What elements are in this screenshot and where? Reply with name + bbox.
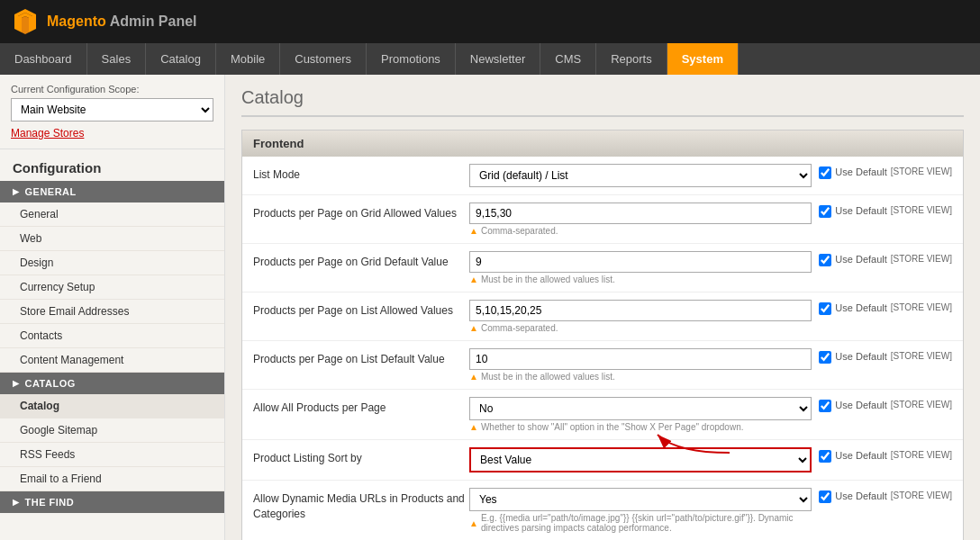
- scope-select[interactable]: Main Website: [11, 98, 213, 122]
- grid-allowed-hint: ▲ Comma-separated.: [469, 226, 812, 236]
- sidebar-section-catalog-label: CATALOG: [25, 378, 76, 389]
- sidebar-item-general[interactable]: General: [0, 202, 224, 227]
- list-allowed-use-default-checkbox[interactable]: [819, 302, 831, 315]
- nav-reports[interactable]: Reports: [596, 43, 667, 75]
- list-default-default: Use Default [STORE VIEW]: [819, 348, 952, 382]
- magento-logo-icon: [11, 7, 40, 36]
- sidebar-item-store-email[interactable]: Store Email Addresses: [0, 300, 224, 324]
- nav-catalog[interactable]: Catalog: [146, 43, 216, 75]
- sidebar-section-catalog[interactable]: ▶ CATALOG: [0, 373, 224, 394]
- sidebar: Current Configuration Scope: Main Websit…: [0, 75, 225, 540]
- allow-all-store-view-link[interactable]: [STORE VIEW]: [891, 400, 952, 410]
- list-allowed-control: ▲ Comma-separated.: [469, 300, 812, 333]
- config-title: Configuration: [0, 149, 224, 181]
- manage-stores-link[interactable]: Manage Stores: [11, 127, 213, 140]
- hint-icon-1: ▲: [469, 226, 478, 236]
- list-allowed-store-view-link[interactable]: [STORE VIEW]: [891, 302, 952, 312]
- dynamic-media-default: Use Default [STORE VIEW]: [819, 488, 952, 533]
- list-allowed-input[interactable]: [469, 300, 812, 321]
- sort-by-label: Product Listing Sort by: [253, 447, 469, 466]
- hint-icon-5: ▲: [469, 422, 478, 432]
- grid-default-input[interactable]: [469, 251, 812, 273]
- sidebar-item-contacts[interactable]: Contacts: [0, 324, 224, 348]
- grid-default-default: Use Default [STORE VIEW]: [819, 251, 952, 284]
- nav-cms[interactable]: CMS: [540, 43, 596, 75]
- allow-all-select[interactable]: NoYes: [469, 397, 812, 420]
- list-default-use-default-checkbox[interactable]: [819, 351, 831, 364]
- list-allowed-use-default-label: Use Default: [835, 302, 886, 313]
- grid-allowed-input[interactable]: [469, 202, 812, 224]
- allow-all-hint: ▲ Whether to show "All" option in the "S…: [469, 422, 812, 432]
- list-mode-store-view-link[interactable]: [STORE VIEW]: [891, 166, 952, 176]
- sidebar-section-general[interactable]: ▶ GENERAL: [0, 181, 224, 202]
- sidebar-section-the-find-label: THE FIND: [25, 497, 75, 508]
- sidebar-item-rss-feeds[interactable]: RSS Feeds: [0, 443, 224, 467]
- logo: Magento Admin Panel: [11, 7, 197, 36]
- list-mode-default: Use Default [STORE VIEW]: [819, 164, 952, 187]
- sort-by-store-view-link[interactable]: [STORE VIEW]: [891, 450, 952, 460]
- list-mode-select[interactable]: Grid (default) / ListList (default) / Gr…: [469, 164, 812, 187]
- main-nav: Dashboard Sales Catalog Mobile Customers…: [0, 43, 980, 75]
- list-default-input[interactable]: [469, 348, 812, 370]
- sidebar-catalog-items: Catalog Google Sitemap RSS Feeds Email t…: [0, 394, 224, 491]
- row-list-mode: List Mode Grid (default) / ListList (def…: [242, 157, 963, 195]
- hint-icon-2: ▲: [469, 274, 478, 284]
- row-dynamic-media: Allow Dynamic Media URLs in Products and…: [242, 481, 963, 540]
- list-mode-control: Grid (default) / ListList (default) / Gr…: [469, 164, 812, 187]
- nav-promotions[interactable]: Promotions: [367, 43, 456, 75]
- sort-by-control: Best ValueNamePrice: [469, 447, 812, 472]
- hint-icon-4: ▲: [469, 372, 478, 382]
- grid-default-store-view-link[interactable]: [STORE VIEW]: [891, 254, 952, 264]
- list-default-control: ▲ Must be in the allowed values list.: [469, 348, 812, 382]
- dynamic-media-store-view-link[interactable]: [STORE VIEW]: [891, 490, 952, 500]
- sidebar-item-web[interactable]: Web: [0, 227, 224, 251]
- nav-dashboard[interactable]: Dashboard: [0, 43, 87, 75]
- dynamic-media-select[interactable]: YesNo: [469, 488, 812, 511]
- sidebar-item-content-mgmt[interactable]: Content Management: [0, 348, 224, 373]
- scope-section: Current Configuration Scope: Main Websit…: [0, 75, 224, 149]
- grid-default-use-default-checkbox[interactable]: [819, 254, 831, 266]
- sidebar-item-design[interactable]: Design: [0, 251, 224, 275]
- chevron-right-icon-2: ▶: [13, 379, 20, 388]
- sidebar-general-items: General Web Design Currency Setup Store …: [0, 202, 224, 373]
- grid-allowed-label: Products per Page on Grid Allowed Values: [253, 202, 469, 221]
- row-list-default: Products per Page on List Default Value …: [242, 341, 963, 390]
- nav-system[interactable]: System: [667, 43, 739, 75]
- app-header: Magento Admin Panel: [0, 0, 980, 43]
- dynamic-media-use-default-checkbox[interactable]: [819, 490, 831, 503]
- list-default-store-view-link[interactable]: [STORE VIEW]: [891, 351, 952, 361]
- sort-by-use-default-label: Use Default: [835, 450, 886, 461]
- allow-all-control: NoYes ▲ Whether to show "All" option in …: [469, 397, 812, 432]
- sidebar-item-currency-setup[interactable]: Currency Setup: [0, 275, 224, 300]
- list-mode-use-default-label: Use Default: [835, 166, 886, 177]
- grid-allowed-control: ▲ Comma-separated.: [469, 202, 812, 236]
- sort-by-select[interactable]: Best ValueNamePrice: [469, 447, 812, 472]
- allow-all-use-default-checkbox[interactable]: [819, 400, 831, 412]
- grid-default-use-default-label: Use Default: [835, 254, 886, 265]
- list-mode-label: List Mode: [253, 164, 469, 183]
- grid-allowed-store-view-link[interactable]: [STORE VIEW]: [891, 205, 952, 215]
- nav-newsletter[interactable]: Newsletter: [456, 43, 540, 75]
- nav-mobile[interactable]: Mobile: [216, 43, 280, 75]
- sidebar-item-email-friend[interactable]: Email to a Friend: [0, 467, 224, 491]
- grid-allowed-use-default-checkbox[interactable]: [819, 205, 831, 218]
- chevron-right-icon: ▶: [13, 187, 20, 196]
- dynamic-media-label: Allow Dynamic Media URLs in Products and…: [253, 488, 469, 522]
- sort-by-use-default-checkbox[interactable]: [819, 450, 831, 463]
- hint-icon-6: ▲: [469, 518, 478, 528]
- row-grid-default: Products per Page on Grid Default Value …: [242, 244, 963, 292]
- dynamic-media-hint: ▲ E.g. {{media url="path/to/image.jpg"}}…: [469, 513, 812, 533]
- allow-all-default: Use Default [STORE VIEW]: [819, 397, 952, 432]
- list-default-hint: ▲ Must be in the allowed values list.: [469, 372, 812, 382]
- list-mode-use-default-checkbox[interactable]: [819, 166, 831, 179]
- dynamic-media-row-wrapper: YesNo ▲ E.g. {{media url="path/to/image.…: [469, 488, 952, 533]
- nav-customers[interactable]: Customers: [280, 43, 367, 75]
- sidebar-section-the-find[interactable]: ▶ THE FIND: [0, 491, 224, 513]
- nav-sales[interactable]: Sales: [87, 43, 147, 75]
- hint-icon-3: ▲: [469, 323, 478, 333]
- list-default-row-wrapper: ▲ Must be in the allowed values list. Us…: [469, 348, 952, 382]
- sidebar-item-catalog[interactable]: Catalog: [0, 394, 224, 418]
- grid-allowed-default: Use Default [STORE VIEW]: [819, 202, 952, 236]
- chevron-right-icon-3: ▶: [13, 498, 20, 507]
- sidebar-item-google-sitemap[interactable]: Google Sitemap: [0, 418, 224, 443]
